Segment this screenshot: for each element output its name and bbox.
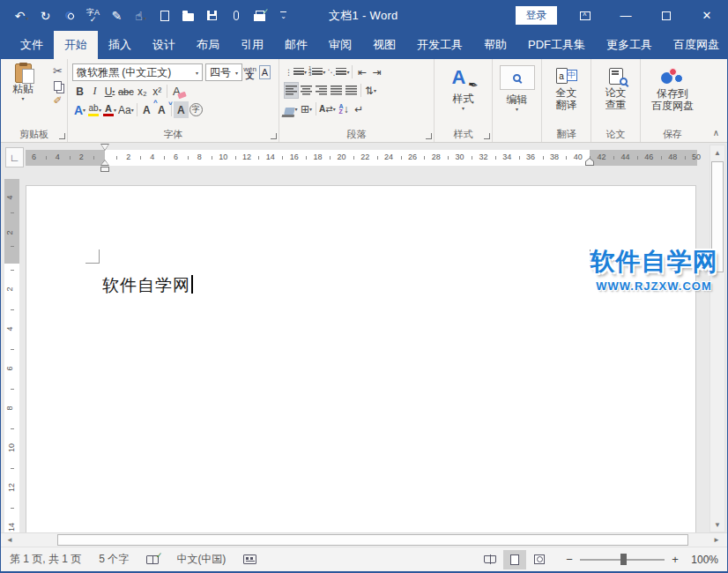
horizontal-ruler[interactable]: 6422468101214161820222426283032343638404… [26, 150, 697, 166]
spell-check-icon[interactable]: 字A✓ [81, 4, 105, 27]
scroll-left-icon[interactable]: ◄ [3, 533, 17, 547]
asian-layout-button[interactable]: A⇄▾ [318, 100, 337, 117]
save-icon[interactable] [200, 4, 224, 27]
borders-button[interactable]: ⊞▾ [299, 100, 314, 117]
ribbon-tab[interactable]: 布局 [186, 31, 230, 59]
paste-button[interactable]: 粘贴 ▾ [4, 63, 41, 101]
grow-font-button[interactable]: A [139, 101, 154, 118]
vertical-scrollbar[interactable]: ▲ ▼ [709, 145, 725, 532]
character-border-button[interactable]: A [257, 64, 272, 81]
numbering-button[interactable]: 123▾ [308, 63, 326, 80]
minimize-button[interactable]: — [605, 0, 646, 31]
ribbon-tab[interactable]: 引用 [230, 31, 274, 59]
undo-icon[interactable]: ↶▾ [10, 4, 33, 27]
ribbon-tab[interactable]: 帮助 [473, 31, 517, 59]
maximize-button[interactable] [646, 0, 687, 31]
new-document-icon[interactable] [152, 4, 176, 27]
increase-indent-button[interactable]: ⇥ [369, 63, 384, 80]
clipboard-dialog-launcher-icon[interactable] [59, 133, 65, 139]
quick-print-icon[interactable] [248, 4, 271, 27]
attachment-icon[interactable] [224, 4, 248, 27]
paper-check-button[interactable]: 论文查重 [593, 62, 638, 111]
text-effects-button[interactable]: A▾ [72, 101, 87, 118]
ribbon-tab[interactable]: 插入 [98, 31, 142, 59]
paragraph-dialog-launcher-icon[interactable] [426, 133, 432, 139]
input-mode-icon[interactable] [243, 554, 256, 564]
close-button[interactable]: ✕ [687, 0, 727, 31]
web-layout-button[interactable] [528, 550, 551, 569]
phonetic-guide-button[interactable]: wén文 [242, 64, 257, 81]
clear-formatting-button[interactable]: A [169, 83, 184, 100]
justify-button[interactable] [329, 82, 344, 99]
zoom-in-button[interactable]: + [669, 553, 681, 566]
zoom-out-button[interactable]: − [563, 553, 576, 566]
scroll-right-icon[interactable]: ► [709, 533, 724, 547]
sort-button[interactable]: AZ↓ [337, 100, 352, 117]
align-center-button[interactable] [299, 82, 314, 99]
ribbon-tab[interactable]: 设计 [142, 31, 186, 59]
styles-dialog-launcher-icon[interactable] [484, 133, 490, 139]
ribbon-tab[interactable]: 视图 [362, 31, 406, 59]
ribbon-tab[interactable]: 开发工具 [406, 31, 473, 59]
scroll-up-icon[interactable]: ▲ [710, 145, 724, 160]
page-count[interactable]: 第 1 页, 共 1 页 [10, 552, 81, 567]
vertical-ruler[interactable]: 422468101214 [4, 179, 19, 532]
enclose-characters-button[interactable]: 字 [189, 101, 204, 118]
full-text-translate-button[interactable]: a中 全文翻译 [544, 62, 589, 111]
decrease-indent-button[interactable]: ⇤ [354, 63, 369, 80]
strikethrough-button[interactable]: abc [117, 83, 135, 100]
change-case-button[interactable]: Aa▾ [117, 101, 135, 118]
ribbon-tab[interactable]: 开始 [54, 31, 98, 59]
ribbon-display-options-icon[interactable] [565, 0, 605, 31]
scroll-down-icon[interactable]: ▼ [710, 517, 724, 532]
distribute-button[interactable] [344, 82, 359, 99]
read-mode-button[interactable] [479, 550, 501, 569]
horizontal-scroll-thumb[interactable] [57, 534, 688, 546]
left-indent-marker[interactable] [100, 167, 109, 172]
subscript-button[interactable]: x₂ [135, 83, 150, 100]
ribbon-tab[interactable]: PDF工具集 [517, 31, 596, 59]
customize-toolbar-icon[interactable]: ⌄ [271, 4, 295, 27]
sign-in-button[interactable]: 登录 [516, 6, 557, 25]
font-name-combo[interactable]: 微软雅黑 (中文正文)▾ [72, 63, 203, 81]
proofing-status-icon[interactable] [146, 555, 159, 564]
ribbon-tab[interactable]: 百度网盘 [663, 31, 728, 59]
touch-mode-icon[interactable]: ☝▾ [129, 4, 152, 27]
word-count[interactable]: 5 个字 [99, 552, 129, 567]
save-to-netdisk-button[interactable]: 保存到百度网盘 [643, 62, 702, 112]
font-dialog-launcher-icon[interactable] [271, 133, 277, 139]
document-page[interactable]: 软件自学网 [26, 185, 696, 532]
show-formatting-marks-button[interactable]: ↵ [352, 100, 367, 117]
character-shading-button[interactable]: A [174, 101, 189, 118]
styles-button[interactable]: A✒ 样式 ▾ [436, 62, 490, 111]
edit-mode-icon[interactable]: ✎ [105, 4, 129, 27]
horizontal-scrollbar[interactable]: ◄ ► [1, 532, 727, 547]
print-preview-icon[interactable] [57, 4, 81, 27]
body-text[interactable]: 软件自学网 [102, 274, 193, 297]
language-status[interactable]: 中文(中国) [176, 552, 226, 567]
open-folder-icon[interactable] [176, 4, 200, 27]
bullets-button[interactable]: ⋮▾ [284, 63, 308, 80]
zoom-slider-thumb[interactable] [620, 554, 627, 565]
copy-icon[interactable] [54, 81, 62, 91]
font-color-button[interactable]: A▾ [102, 101, 117, 118]
cut-icon[interactable]: ✂ [53, 64, 63, 78]
repeat-icon[interactable]: ↻ [33, 4, 57, 27]
format-painter-icon[interactable]: ✐ [54, 94, 63, 107]
highlight-color-button[interactable]: ab▾ [87, 101, 102, 118]
multilevel-list-button[interactable]: ⋱▾ [326, 63, 350, 80]
bold-button[interactable]: B [72, 83, 87, 100]
line-spacing-button[interactable]: ⇅▾ [363, 82, 378, 99]
shrink-font-button[interactable]: A [154, 101, 169, 118]
tab-file[interactable]: 文件 [10, 31, 54, 59]
shading-button[interactable]: ▾ [284, 100, 299, 117]
ribbon-tab[interactable]: 更多工具 [596, 31, 663, 59]
zoom-level[interactable]: 100% [681, 554, 718, 566]
collapse-ribbon-icon[interactable]: ∧ [713, 128, 719, 138]
zoom-slider[interactable] [580, 559, 665, 561]
align-right-button[interactable] [314, 82, 329, 99]
italic-button[interactable]: I [87, 83, 102, 100]
ribbon-tab[interactable]: 邮件 [274, 31, 318, 59]
tab-stop-selector[interactable]: ∟ [5, 147, 24, 167]
align-left-button[interactable] [284, 82, 299, 99]
